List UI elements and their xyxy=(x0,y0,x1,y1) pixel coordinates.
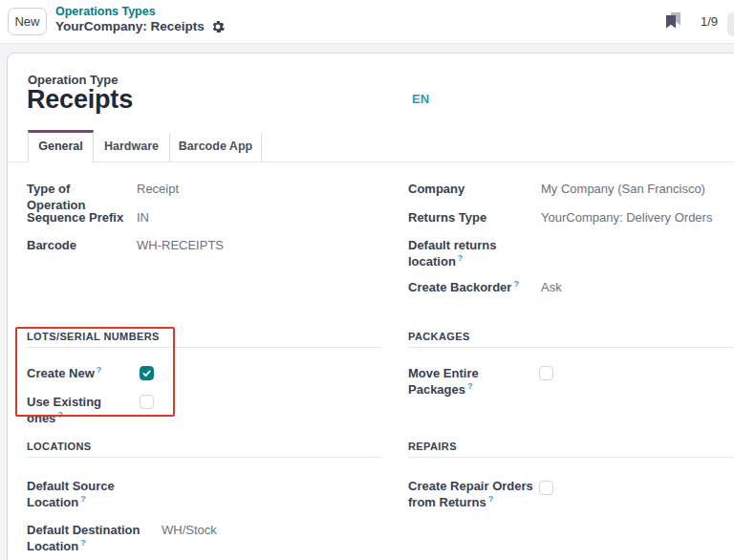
help-icon[interactable]: ? xyxy=(57,410,63,420)
field-row-barcode: Barcode WH-RECEIPTS xyxy=(27,237,399,253)
gear-icon[interactable] xyxy=(211,20,225,33)
field-row-sequence-prefix: Sequence Prefix IN xyxy=(27,209,399,226)
field-row-create-repair-orders: Create Repair Orders from Returns? xyxy=(408,478,734,510)
field-row-create-backorder: Create Backorder? Ask xyxy=(408,279,734,295)
move-entire-packages-checkbox[interactable] xyxy=(539,366,553,380)
field-label: Sequence Prefix xyxy=(27,209,130,226)
breadcrumb-current: YourCompany: Receipts xyxy=(55,20,205,33)
section-header-locations: LOCATIONS xyxy=(27,441,381,458)
create-new-checkbox[interactable] xyxy=(140,366,154,380)
field-value[interactable]: WH-RECEIPTS xyxy=(137,237,224,253)
field-value[interactable]: IN xyxy=(137,209,149,226)
language-badge[interactable]: EN xyxy=(412,92,429,106)
section-header-packages: PACKAGES xyxy=(408,331,734,348)
help-icon[interactable]: ? xyxy=(513,279,519,289)
field-label: Create New? xyxy=(27,365,130,381)
pager-count: 1/9 xyxy=(701,14,718,29)
create-repair-orders-checkbox[interactable] xyxy=(539,481,553,495)
field-row-default-returns-location: Default returns location? xyxy=(408,237,734,269)
help-icon[interactable]: ? xyxy=(97,365,102,375)
field-row-create-new: Create New? xyxy=(27,365,399,381)
bookmark-icon[interactable] xyxy=(665,12,684,30)
field-row-type-of-operation: Type of Operation Receipt xyxy=(27,181,399,213)
use-existing-ones-checkbox[interactable] xyxy=(140,395,154,409)
field-value[interactable]: WH/Stock xyxy=(162,522,217,554)
field-label: Create Backorder? xyxy=(408,279,534,295)
field-label: Returns Type xyxy=(408,209,534,226)
field-row-returns-type: Returns Type YourCompany: Delivery Order… xyxy=(408,209,734,226)
help-icon[interactable]: ? xyxy=(80,494,86,504)
section-header-lots-serial-numbers: LOTS/SERIAL NUMBERS xyxy=(27,331,381,348)
new-button[interactable]: New xyxy=(8,8,47,35)
field-value[interactable]: Ask xyxy=(541,279,562,295)
form-sheet: Operation Type Receipts EN General Hardw… xyxy=(7,53,734,560)
field-value[interactable]: YourCompany: Delivery Orders xyxy=(541,209,712,226)
field-label: Move Entire Packages? xyxy=(408,365,513,398)
help-icon[interactable]: ? xyxy=(467,381,473,391)
notebook-tabs: General Hardware Barcode App xyxy=(28,133,262,162)
pager-previous-button[interactable] xyxy=(727,12,734,36)
tab-general[interactable]: General xyxy=(28,130,94,162)
field-row-default-source-location: Default Source Location? xyxy=(27,478,399,510)
record-title[interactable]: Receipts xyxy=(27,85,133,115)
control-panel: New Operations Types YourCompany: Receip… xyxy=(0,0,734,44)
field-row-move-entire-packages: Move Entire Packages? xyxy=(408,365,734,398)
field-label: Default returns location? xyxy=(408,237,534,269)
field-label: Type of Operation xyxy=(27,181,130,213)
field-label: Use Existing ones? xyxy=(27,394,130,426)
field-row-use-existing-ones: Use Existing ones? xyxy=(27,394,399,426)
help-icon[interactable]: ? xyxy=(80,538,86,548)
field-label: Default Source Location? xyxy=(27,478,155,510)
help-icon[interactable]: ? xyxy=(458,253,464,263)
field-label: Default Destination Location? xyxy=(27,522,155,554)
section-header-repairs: REPAIRS xyxy=(408,441,734,458)
field-label: Create Repair Orders from Returns? xyxy=(408,478,534,510)
field-label: Barcode xyxy=(27,237,130,253)
field-row-default-destination-location: Default Destination Location? WH/Stock xyxy=(27,522,399,554)
tab-barcode-app[interactable]: Barcode App xyxy=(170,133,262,162)
help-icon[interactable]: ? xyxy=(488,494,494,504)
field-value[interactable]: My Company (San Francisco) xyxy=(541,181,705,197)
field-row-company: Company My Company (San Francisco) xyxy=(408,181,734,197)
field-value[interactable]: Receipt xyxy=(137,181,179,213)
breadcrumb: Operations Types YourCompany: Receipts xyxy=(55,5,225,33)
field-label: Company xyxy=(408,181,534,197)
tab-hardware[interactable]: Hardware xyxy=(94,133,170,162)
breadcrumb-parent-link[interactable]: Operations Types xyxy=(55,5,225,18)
